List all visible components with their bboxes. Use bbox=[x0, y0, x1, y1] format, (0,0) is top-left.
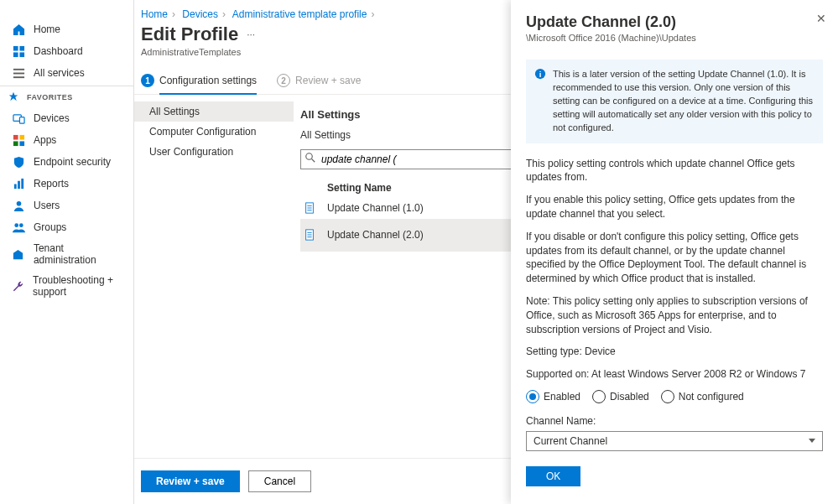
sidebar-item-troubleshooting[interactable]: Troubleshooting + support bbox=[0, 270, 133, 302]
settings-tree: All Settings Computer Configuration User… bbox=[134, 95, 294, 463]
sidebar-item-label: Apps bbox=[34, 134, 56, 146]
svg-rect-15 bbox=[21, 178, 23, 188]
groups-icon bbox=[12, 221, 25, 234]
svg-line-20 bbox=[312, 159, 315, 163]
breadcrumb-devices[interactable]: Devices bbox=[182, 8, 218, 20]
sidebar-item-label: Users bbox=[34, 200, 60, 211]
search-icon bbox=[305, 153, 315, 165]
channel-label: Channel Name: bbox=[526, 415, 823, 427]
chevron-right-icon: › bbox=[222, 8, 226, 20]
step-configuration-settings[interactable]: 1 Configuration settings bbox=[141, 74, 257, 87]
svg-point-19 bbox=[306, 153, 313, 160]
channel-value: Current Channel bbox=[534, 435, 607, 447]
ok-button[interactable]: OK bbox=[526, 466, 580, 486]
sidebar-item-tenant-administration[interactable]: Tenant administration bbox=[0, 238, 133, 270]
sidebar-item-label: Devices bbox=[34, 112, 70, 124]
chevron-right-icon: › bbox=[172, 8, 175, 20]
step-label: Review + save bbox=[295, 75, 361, 86]
sidebar-item-label: Endpoint security bbox=[34, 156, 111, 168]
favorites-header: FAVORITES bbox=[0, 86, 133, 107]
sidebar-item-endpoint-security[interactable]: Endpoint security bbox=[0, 151, 133, 173]
panel-p3: If you disable or don't configure this p… bbox=[526, 230, 823, 286]
sidebar-item-label: Home bbox=[34, 23, 60, 35]
page-title: Edit Profile bbox=[141, 23, 238, 45]
shield-icon bbox=[12, 155, 25, 169]
radio-not-configured[interactable]: Not configured bbox=[661, 390, 744, 403]
svg-rect-4 bbox=[13, 68, 23, 70]
svg-rect-9 bbox=[13, 134, 18, 139]
list-icon bbox=[12, 66, 25, 80]
sidebar-item-users[interactable]: Users bbox=[0, 195, 133, 216]
panel-p1: This policy setting controls which updat… bbox=[526, 157, 823, 185]
sidebar-item-home[interactable]: Home bbox=[0, 18, 133, 40]
supported-on: Supported on: At least Windows Server 20… bbox=[526, 367, 823, 382]
radio-icon bbox=[526, 390, 539, 403]
info-icon: i bbox=[534, 68, 546, 84]
sidebar-item-devices[interactable]: Devices bbox=[0, 107, 133, 129]
svg-rect-11 bbox=[13, 141, 18, 146]
sidebar-item-apps[interactable]: Apps bbox=[0, 129, 133, 151]
dashboard-icon bbox=[12, 44, 25, 58]
step-badge: 2 bbox=[277, 74, 290, 87]
close-icon[interactable]: ✕ bbox=[816, 12, 826, 25]
sidebar-item-label: Reports bbox=[34, 178, 69, 190]
tree-item-computer-configuration[interactable]: Computer Configuration bbox=[134, 122, 294, 142]
tenant-icon bbox=[12, 247, 25, 261]
radio-group: Enabled Disabled Not configured bbox=[526, 390, 823, 403]
sidebar-item-all-services[interactable]: All services bbox=[0, 62, 133, 84]
panel-p4: Note: This policy setting only applies t… bbox=[526, 294, 823, 336]
sidebar-item-label: Groups bbox=[34, 221, 66, 233]
review-save-button[interactable]: Review + save bbox=[141, 470, 240, 492]
svg-rect-14 bbox=[18, 180, 20, 188]
svg-point-17 bbox=[14, 223, 18, 227]
step-badge: 1 bbox=[141, 74, 154, 87]
breadcrumb-template[interactable]: Administrative template profile bbox=[232, 8, 367, 20]
star-icon bbox=[8, 91, 20, 103]
sidebar-item-label: All services bbox=[34, 67, 85, 79]
devices-icon bbox=[12, 112, 25, 125]
left-sidebar: Home Dashboard All services FAVORITES De… bbox=[0, 0, 134, 504]
setting-icon bbox=[304, 202, 322, 214]
svg-rect-13 bbox=[13, 184, 16, 189]
tree-item-user-configuration[interactable]: User Configuration bbox=[134, 142, 294, 162]
favorites-label: FAVORITES bbox=[27, 93, 73, 101]
info-box: i This is a later version of the setting… bbox=[526, 60, 823, 143]
cancel-button[interactable]: Cancel bbox=[248, 470, 311, 492]
svg-rect-0 bbox=[13, 45, 18, 50]
more-button[interactable]: ··· bbox=[247, 29, 255, 40]
radio-icon bbox=[592, 390, 606, 403]
setting-type: Setting type: Device bbox=[526, 345, 823, 359]
reports-icon bbox=[12, 177, 25, 190]
sidebar-item-label: Tenant administration bbox=[34, 242, 128, 266]
svg-rect-2 bbox=[13, 52, 18, 57]
svg-rect-3 bbox=[19, 52, 24, 57]
tree-item-all-settings[interactable]: All Settings bbox=[134, 101, 294, 122]
details-panel: ✕ Update Channel (2.0) \Microsoft Office… bbox=[511, 0, 838, 504]
sidebar-item-groups[interactable]: Groups bbox=[0, 216, 133, 238]
sidebar-item-label: Dashboard bbox=[34, 45, 83, 57]
breadcrumb-home[interactable]: Home bbox=[141, 8, 168, 20]
radio-enabled[interactable]: Enabled bbox=[526, 390, 580, 403]
step-review-save[interactable]: 2 Review + save bbox=[277, 74, 361, 87]
svg-rect-1 bbox=[19, 45, 24, 50]
wrench-icon bbox=[12, 279, 24, 293]
apps-icon bbox=[12, 133, 25, 147]
panel-path: \Microsoft Office 2016 (Machine)\Updates bbox=[526, 33, 823, 43]
sidebar-item-reports[interactable]: Reports bbox=[0, 173, 133, 195]
channel-select[interactable]: Current Channel bbox=[526, 431, 823, 451]
svg-text:i: i bbox=[539, 70, 542, 79]
sidebar-item-dashboard[interactable]: Dashboard bbox=[0, 40, 133, 62]
sidebar-item-label: Troubleshooting + support bbox=[33, 274, 128, 298]
svg-rect-8 bbox=[19, 117, 24, 123]
svg-point-16 bbox=[16, 200, 21, 205]
svg-point-18 bbox=[18, 223, 23, 227]
svg-rect-6 bbox=[13, 76, 23, 78]
panel-p2: If you enable this policy setting, Offic… bbox=[526, 193, 823, 221]
radio-disabled[interactable]: Disabled bbox=[592, 390, 649, 403]
radio-icon bbox=[661, 390, 674, 403]
chevron-right-icon: › bbox=[371, 8, 374, 20]
users-icon bbox=[12, 199, 25, 212]
setting-icon bbox=[304, 229, 322, 241]
svg-rect-5 bbox=[13, 72, 23, 74]
svg-rect-12 bbox=[19, 141, 24, 146]
